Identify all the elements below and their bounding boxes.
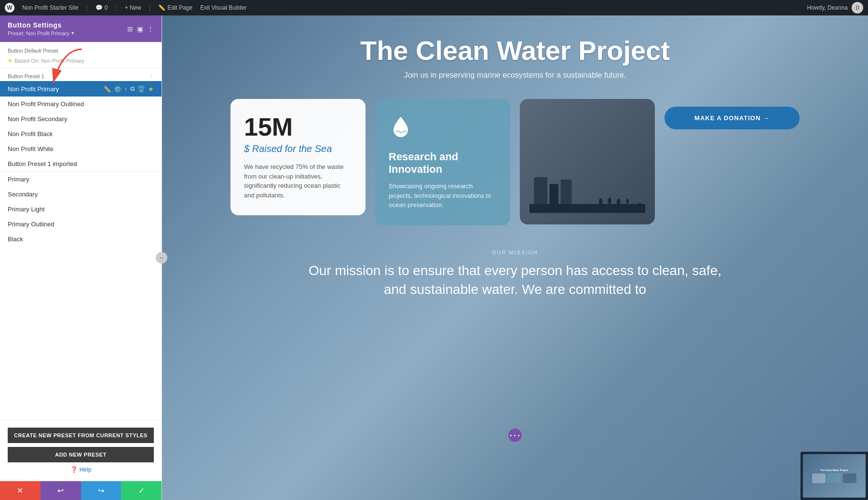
svg-point-9 [608, 197, 611, 205]
preset-item-primary-outlined[interactable]: Primary Outlined [0, 217, 162, 232]
preview-inner: The Clean Water Project [803, 454, 866, 498]
preset-item-non-profit-black[interactable]: Non Profit Black [0, 126, 162, 141]
export-preset-icon[interactable]: ↑ [124, 85, 128, 93]
preset-item-name: Button Preset 1 imported [8, 160, 154, 167]
preset-item-black[interactable]: Black [0, 232, 162, 247]
mission-section: OUR MISSION Our mission is to ensure tha… [162, 235, 868, 313]
default-preset-section: Button Default Preset ★ Based On: Non Pr… [0, 42, 162, 68]
hero-section: The Clean Water Project Join us in prese… [162, 15, 868, 89]
preset-item-non-profit-white[interactable]: Non Profit White [0, 141, 162, 156]
svg-point-15 [626, 199, 629, 204]
preset-based-on: ★ Based On: Non Profit Primary [8, 57, 154, 64]
exit-builder-link[interactable]: Exit Visual Builder [200, 4, 247, 11]
hero-subtitle: Join us in preserving marine ecosystems … [172, 71, 858, 80]
comments-link[interactable]: 💬 0 [95, 4, 108, 11]
star-icon: ★ [8, 57, 13, 64]
preset-item-name: Secondary [8, 191, 154, 198]
floating-preview: The Clean Water Project [800, 452, 868, 500]
hero-title: The Clean Water Project [172, 35, 858, 66]
settings-preset-icon[interactable]: ⚙️ [114, 85, 122, 93]
create-preset-button[interactable]: CREATE NEW PRESET FROM CURRENT STYLES [8, 428, 154, 443]
preset-group-2: Primary Secondary Primary Light Primary … [0, 171, 162, 247]
panel-icon[interactable]: ▣ [137, 25, 143, 33]
mission-text: Our mission is to ensure that every pers… [298, 261, 732, 299]
bubble-menu[interactable]: • • • [508, 429, 522, 442]
svg-rect-1 [534, 177, 547, 208]
donate-button[interactable]: MAKE A DONATION → [665, 107, 800, 129]
preset-item-button-preset-1-imported[interactable]: Button Preset 1 imported [0, 156, 162, 171]
based-on-text: Based On: Non Profit Primary [14, 58, 84, 64]
preset-item-name: Black [8, 236, 154, 243]
page-background: The Clean Water Project Join us in prese… [162, 15, 868, 500]
avatar: D [852, 2, 863, 14]
research-card-desc: Showcasing ongoing research projects, te… [389, 181, 497, 210]
preset-item-name: Non Profit Primary Outlined [8, 100, 154, 108]
resize-handle[interactable]: ↔ [156, 252, 167, 264]
donate-section: MAKE A DONATION → [665, 99, 800, 134]
fullscreen-icon[interactable]: ⊞ [127, 25, 133, 33]
preset-item-actions: ✏️ ⚙️ ↑ ⧉ 🗑️ ★ [103, 85, 154, 93]
edit-page-link[interactable]: ✏️ Edit Page [158, 4, 192, 11]
stat-number: 15M [244, 114, 352, 139]
preset-item-non-profit-primary[interactable]: Non Profit Primary ✏️ ⚙️ ↑ ⧉ 🗑️ ★ [0, 81, 162, 97]
howdy-text: Howdy, Deanna [807, 4, 848, 11]
add-preset-button[interactable]: ADD NEW PRESET [8, 447, 154, 462]
preset-dropdown-arrow[interactable]: ▾ [71, 30, 74, 36]
site-name-link[interactable]: Non Profit Starter Site [22, 4, 79, 11]
sidebar-content: Button Default Preset ★ Based On: Non Pr… [0, 42, 162, 419]
separator: | [86, 4, 88, 11]
undo-button[interactable]: ↩ [41, 481, 81, 500]
star-preset-icon[interactable]: ★ [148, 85, 154, 93]
card-image-placeholder [520, 99, 655, 224]
preset-name: Preset: Non Profit Primary [8, 30, 69, 36]
comment-icon: 💬 [95, 4, 103, 11]
default-preset-title: Button Default Preset [8, 48, 58, 54]
preset-item-name: Non Profit Secondary [8, 115, 154, 123]
preset-item-name: Non Profit Primary [8, 85, 103, 93]
new-link[interactable]: + New [125, 4, 141, 11]
save-button[interactable]: ✓ [121, 481, 162, 500]
preset-item-name: Non Profit White [8, 145, 154, 153]
comments-count: 0 [105, 4, 108, 11]
preset-item-non-profit-primary-outlined[interactable]: Non Profit Primary Outlined [0, 97, 162, 111]
more-options-icon[interactable]: ⋮ [147, 25, 154, 33]
preset-item-primary-light[interactable]: Primary Light [0, 202, 162, 217]
bottom-toolbar: ✕ ↩ ↪ ✓ [0, 481, 162, 500]
main-layout: Button Settings Preset: Non Profit Prima… [0, 15, 868, 500]
edit-page-label: Edit Page [167, 4, 192, 11]
sidebar-title: Button Settings [8, 21, 74, 29]
sidebar-preset-label: Preset: Non Profit Primary ▾ [8, 30, 74, 36]
preset-item-secondary[interactable]: Secondary [0, 187, 162, 202]
edit-preset-icon[interactable]: ✏️ [103, 85, 111, 93]
sidebar-header-info: Button Settings Preset: Non Profit Prima… [8, 21, 74, 36]
help-label: Help [80, 466, 92, 473]
svg-point-5 [599, 198, 602, 206]
sidebar: Button Settings Preset: Non Profit Prima… [0, 15, 162, 500]
top-bar: W Non Profit Starter Site | 💬 0 | + New … [0, 0, 868, 15]
wp-logo[interactable]: W [5, 3, 14, 13]
help-link[interactable]: ❓ Help [8, 466, 154, 473]
preset-item-name: Primary Outlined [8, 221, 154, 228]
group-1-title: Button Preset 1 [8, 73, 44, 79]
water-drop-icon [389, 114, 497, 143]
new-label: + New [125, 4, 141, 11]
default-preset-label: Button Default Preset [8, 48, 154, 54]
help-icon: ❓ [70, 466, 78, 473]
copy-preset-icon[interactable]: ⧉ [130, 85, 135, 93]
preset-list-group-1: Non Profit Primary ✏️ ⚙️ ↑ ⧉ 🗑️ ★ Non Pr… [0, 81, 162, 171]
image-card [520, 99, 655, 224]
preset-item-non-profit-secondary[interactable]: Non Profit Secondary [0, 111, 162, 126]
sidebar-buttons: CREATE NEW PRESET FROM CURRENT STYLES AD… [0, 419, 162, 481]
group-1-label: Button Preset 1 ⋮ [0, 68, 162, 81]
preset-item-primary[interactable]: Primary [0, 172, 162, 187]
preset-item-name: Primary [8, 176, 154, 183]
edit-icon: ✏️ [158, 4, 165, 11]
cancel-button[interactable]: ✕ [0, 481, 41, 500]
delete-preset-icon[interactable]: 🗑️ [137, 85, 145, 93]
bubble-dots-icon: • • • [510, 433, 520, 438]
group-1-dots-icon[interactable]: ⋮ [149, 73, 154, 79]
preset-list-group-2: Primary Secondary Primary Light Primary … [0, 172, 162, 247]
cards-section: 15M $ Raised for the Sea We have recycle… [162, 89, 868, 235]
redo-button[interactable]: ↪ [81, 481, 122, 500]
sidebar-header-icons: ⊞ ▣ ⋮ [127, 25, 154, 33]
